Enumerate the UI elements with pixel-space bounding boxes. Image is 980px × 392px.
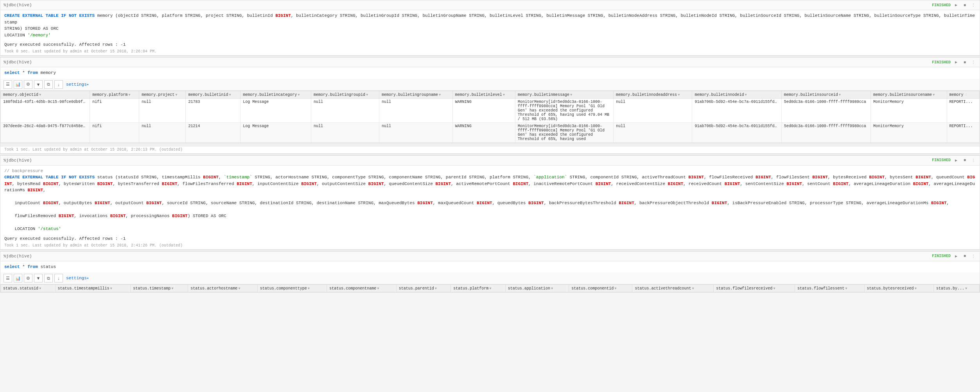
cell-2-code: select * from memory xyxy=(0,67,980,79)
cell-4-table-container[interactable]: status.statusid▼ status.timestampmillis▼… xyxy=(0,284,980,292)
cell-3-more-icon[interactable]: ⋮ xyxy=(970,157,976,164)
cell-2-header-row: memory.objectid▼ memory.platform▼ memory… xyxy=(1,91,980,98)
col-status-parentid[interactable]: status.parentid▼ xyxy=(396,285,451,292)
cell-3-stop-icon[interactable]: ■ xyxy=(962,157,968,164)
col-status-activethreadcount[interactable]: status.activethreadcount▼ xyxy=(632,285,714,292)
cell-4-label: %jdbc(hive) xyxy=(4,254,32,259)
col-status-actorhostname[interactable]: status.actorhostname▼ xyxy=(188,285,257,292)
settings-link-2[interactable]: settings▾ xyxy=(66,82,89,87)
td-objectid-2: 397deede-26c2-4da8-9475-f877c8458ece xyxy=(1,122,90,142)
cell-3-success: Query executed successfully. Affected ro… xyxy=(0,235,980,243)
cell-2-tbody: 180f0d1d-43f1-4d5b-9c15-98fce0db9f6d nif… xyxy=(1,98,980,142)
col-btn[interactable]: ⧉ xyxy=(44,80,53,89)
cell-3-label: %jdbc(hive) xyxy=(4,158,32,163)
cell-1-status: FINISHED xyxy=(932,3,951,7)
col-memory-bulletinlevel[interactable]: memory.bulletinlevel▼ xyxy=(452,91,515,98)
cell-4-code: select * from status xyxy=(0,261,980,273)
cell-2-header: %jdbc(hive) FINISHED ▶ ■ ⋮ xyxy=(0,58,980,67)
cell-2-toolbar: ☰ 📊 ⚙ ▼ ⧉ ↓ settings▾ xyxy=(0,79,980,91)
cell-2-table: memory.objectid▼ memory.platform▼ memory… xyxy=(0,91,980,143)
col-memory-bulletinsourcename[interactable]: memory.bulletinsourcename▼ xyxy=(871,91,947,98)
filter-btn-4[interactable]: ▼ xyxy=(34,274,43,282)
cell-2-more-icon[interactable]: ⋮ xyxy=(970,59,976,65)
td-nodeaddress-1: null xyxy=(614,98,692,122)
cell-4-stop-icon[interactable]: ■ xyxy=(962,253,968,259)
col-memory-bulletinid[interactable]: memory.bulletinid▼ xyxy=(186,91,241,98)
cell-2-table-container[interactable]: memory.objectid▼ memory.platform▼ memory… xyxy=(0,91,980,143)
col-memory-bulletinmessage[interactable]: memory.bulletinmessage▼ xyxy=(515,91,614,98)
table-row: 180f0d1d-43f1-4d5b-9c15-98fce0db9f6d nif… xyxy=(1,98,980,122)
td-objectid-1: 180f0d1d-43f1-4d5b-9c15-98fce0db9f6d xyxy=(1,98,90,122)
td-nodeaddress-2: null xyxy=(614,122,692,142)
cell-4-status: FINISHED xyxy=(932,254,951,258)
col-status-componenttype[interactable]: status.componenttype▼ xyxy=(257,285,327,292)
td-bulletinmessage-2: MonitorMemory[id=5ed0dc3a-0166-1000-ffff… xyxy=(515,122,614,142)
cell-4-more-icon[interactable]: ⋮ xyxy=(970,253,976,259)
cell-1-more-icon[interactable]: ⋮ xyxy=(970,2,976,8)
td-bulletinlevel-1: WARNING xyxy=(452,98,515,122)
cell-4-table: status.statusid▼ status.timestampmillis▼… xyxy=(0,284,980,292)
download-btn[interactable]: ↓ xyxy=(54,80,63,89)
col-status-statusid[interactable]: status.statusid▼ xyxy=(1,285,56,292)
cell-2-stop-icon[interactable]: ■ xyxy=(962,59,968,65)
cell-2-status: FINISHED xyxy=(932,60,951,65)
td-sourceid-1: 5ed0dc3a-0166-1000-ffff-ffff0980cca xyxy=(781,98,871,122)
cell-4-run-icon[interactable]: ▶ xyxy=(953,253,959,259)
cell-1-header: %jdbc(hive) FINISHED ▶ ■ ⋮ xyxy=(0,0,980,10)
col-status-timestamp[interactable]: status.timestamp▼ xyxy=(131,285,188,292)
col-status-componentid[interactable]: status.componentid▼ xyxy=(569,285,632,292)
settings-btn-2a[interactable]: ⚙ xyxy=(24,80,32,89)
table-view-btn[interactable]: ☰ xyxy=(4,80,12,89)
cell-2-scrollbar[interactable] xyxy=(0,143,980,147)
col-status-extra[interactable]: status.by...▼ xyxy=(934,285,980,292)
cell-1-stop-icon[interactable]: ■ xyxy=(962,2,968,8)
td-extra-2: REPORTI... xyxy=(947,122,979,142)
td-project-1: null xyxy=(139,98,186,122)
col-memory-project[interactable]: memory.project▼ xyxy=(139,91,186,98)
td-platform-1: nifi xyxy=(90,98,139,122)
cell-4-toolbar: ☰ 📊 ⚙ ▼ ⧉ ↓ settings▾ xyxy=(0,272,980,284)
col-memory-objectid[interactable]: memory.objectid▼ xyxy=(1,91,90,98)
cell-2: %jdbc(hive) FINISHED ▶ ■ ⋮ select * from… xyxy=(0,57,980,154)
cell-2-run-icon[interactable]: ▶ xyxy=(953,59,959,65)
download-btn-4[interactable]: ↓ xyxy=(54,274,63,282)
col-status-bytesreceived[interactable]: status.bytesreceived▼ xyxy=(864,285,933,292)
page-wrapper: %jdbc(hive) FINISHED ▶ ■ ⋮ CREATE EXTERN… xyxy=(0,0,980,392)
chart-view-btn[interactable]: 📊 xyxy=(14,80,22,89)
col-memory-bulletingroupid[interactable]: memory.bulletingroupid▼ xyxy=(311,91,379,98)
col-memory-bulletingroupname[interactable]: memory.bulletingroupname▼ xyxy=(379,91,453,98)
col-status-application[interactable]: status.application▼ xyxy=(505,285,569,292)
td-platform-2: nifi xyxy=(90,122,139,142)
col-memory-extra[interactable]: memory⋮ xyxy=(947,91,979,98)
cell-2-timing: Took 1 sec. Last updated by admin at Oct… xyxy=(0,147,980,153)
col-memory-platform[interactable]: memory.platform▼ xyxy=(90,91,139,98)
col-btn-4[interactable]: ⧉ xyxy=(44,274,53,282)
settings-link-4[interactable]: settings▾ xyxy=(66,276,89,281)
col-status-timestampmillis[interactable]: status.timestampmillis▼ xyxy=(55,285,131,292)
table-view-btn-4[interactable]: ☰ xyxy=(4,274,12,282)
col-status-platform[interactable]: status.platform▼ xyxy=(451,285,506,292)
td-bulletinlevel-2: WARNING xyxy=(452,122,515,142)
td-bulletingroupname-2: null xyxy=(379,122,453,142)
td-sourcename-2: MonitorMemory xyxy=(871,122,947,142)
td-bulletinid-2: 21214 xyxy=(186,122,241,142)
td-bulletingroupid-1: null xyxy=(311,98,379,122)
td-bulletinmessage-1: MonitorMemory[id=5ed0dc3a-0166-1000-ffff… xyxy=(515,98,614,122)
col-memory-bulletinsourceid[interactable]: memory.bulletinsourceid▼ xyxy=(781,91,871,98)
col-memory-bulletinnodeaddress[interactable]: memory.bulletinnodeaddress▼ xyxy=(614,91,692,98)
col-status-flowfilessent[interactable]: status.flowfilessent▼ xyxy=(795,285,864,292)
cell-1-run-icon[interactable]: ▶ xyxy=(953,2,959,8)
chart-view-btn-4[interactable]: 📊 xyxy=(14,274,22,282)
settings-btn-4a[interactable]: ⚙ xyxy=(24,274,32,282)
cell-2-header-right: FINISHED ▶ ■ ⋮ xyxy=(932,59,976,65)
table-row: 397deede-26c2-4da8-9475-f877c8458ece nif… xyxy=(1,122,980,142)
col-memory-bulletincategory[interactable]: memory.bulletincategory▼ xyxy=(241,91,311,98)
cell-4: %jdbc(hive) FINISHED ▶ ■ ⋮ select * from… xyxy=(0,251,980,293)
cell-3-status: FINISHED xyxy=(932,158,951,162)
cell-3-run-icon[interactable]: ▶ xyxy=(953,157,959,164)
col-status-componentname[interactable]: status.componentname▼ xyxy=(327,285,396,292)
filter-btn[interactable]: ▼ xyxy=(34,80,43,89)
col-memory-bulletinnodeid[interactable]: memory.bulletinnodeid▼ xyxy=(692,91,781,98)
cell-4-header-right: FINISHED ▶ ■ ⋮ xyxy=(932,253,976,259)
col-status-flowfilesreceived[interactable]: status.flowfilesreceived▼ xyxy=(714,285,795,292)
